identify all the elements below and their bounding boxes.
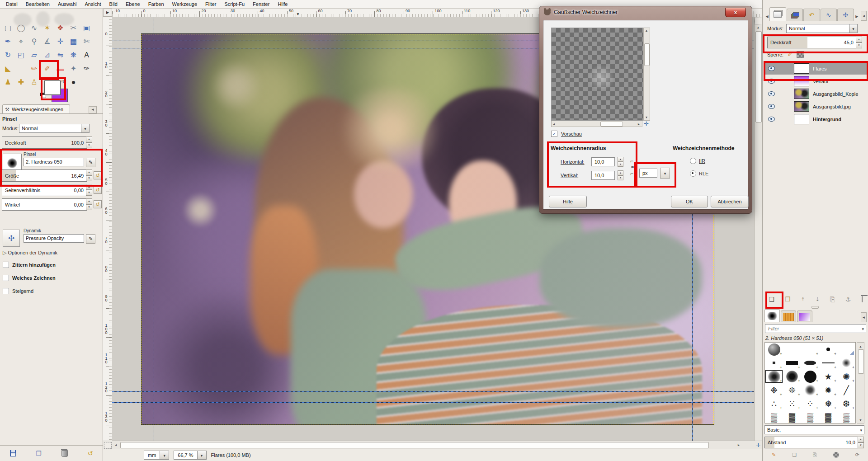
brush-swatch[interactable]: ▒ xyxy=(837,410,855,423)
brush-swatch[interactable]: ▓ xyxy=(783,410,801,423)
brush-swatch[interactable] xyxy=(837,343,855,356)
menu-item[interactable]: Bearbeiten xyxy=(22,0,54,8)
brush-swatch[interactable]: ∴ xyxy=(765,397,783,410)
layer-opacity-spinner[interactable]: ▲▼ xyxy=(856,37,862,47)
guide-horizontal[interactable] xyxy=(112,391,754,392)
brush-swatch[interactable] xyxy=(801,383,819,397)
lock-paint-icon[interactable]: ✐ xyxy=(788,51,793,58)
scroll-right-icon[interactable]: ► xyxy=(735,442,742,448)
new-brush-icon[interactable]: ❏ xyxy=(792,452,797,458)
mode-select[interactable]: Normal xyxy=(19,124,90,133)
visibility-eye-icon[interactable] xyxy=(768,79,775,84)
spacing-slider[interactable]: Abstand 10,0 xyxy=(764,437,859,448)
unit-select[interactable]: px xyxy=(639,169,657,178)
dynamics-preview-button[interactable]: ✣ xyxy=(3,230,20,247)
vertical-spinner[interactable]: ▲▼ xyxy=(618,170,623,180)
brush-swatch[interactable]: ✺ xyxy=(837,370,855,383)
tool-button[interactable]: ▣ xyxy=(80,21,93,34)
cancel-button[interactable]: Abbrechen xyxy=(711,196,749,207)
edit-brush-icon[interactable]: ✎ xyxy=(772,452,776,458)
radio-icon[interactable] xyxy=(690,170,696,177)
brush-scroll-thumb[interactable] xyxy=(858,349,864,374)
layer-row[interactable]: Flares xyxy=(764,62,868,75)
brush-filter-input[interactable] xyxy=(767,325,850,332)
reset-aspect-icon[interactable]: ↺ xyxy=(94,186,102,194)
tab-brushes[interactable] xyxy=(764,309,780,322)
option-checkbox[interactable]: Weiches Zeichnen xyxy=(3,275,56,281)
dynamics-field[interactable]: Pressure Opacity xyxy=(24,234,84,243)
tool-button[interactable]: ◣ xyxy=(1,62,14,75)
tool-button[interactable]: ✄ xyxy=(80,35,93,48)
tool-button[interactable]: ⊿ xyxy=(41,48,54,61)
quickmask-toggle[interactable] xyxy=(104,442,112,449)
brush-swatch[interactable]: ❉ xyxy=(765,383,783,397)
visibility-eye-icon[interactable] xyxy=(768,66,775,71)
anchor-layer-icon[interactable]: ⚓ xyxy=(845,296,851,303)
tool-button[interactable]: ❋ xyxy=(67,48,80,61)
layer-opacity-slider[interactable]: Deckkraft 45,0 xyxy=(767,37,857,48)
collapse-arrow-icon[interactable]: ◄ xyxy=(89,106,97,113)
tool-button[interactable]: ✂ xyxy=(67,21,80,34)
tool-button[interactable]: ♙ xyxy=(28,75,41,89)
menu-item[interactable]: Farben xyxy=(144,0,168,8)
scroll-up-icon[interactable]: ▲ xyxy=(755,24,762,30)
tool-button[interactable]: ▦ xyxy=(67,35,80,48)
reset-options-icon[interactable]: ↺ xyxy=(85,449,96,458)
brush-swatch[interactable]: ▓ xyxy=(819,410,837,423)
horizontal-input[interactable]: 10,0 xyxy=(591,157,615,166)
radio-iir[interactable]: IIR xyxy=(690,158,705,164)
menu-item[interactable]: Werkzeuge xyxy=(168,0,201,8)
chevron-down-icon[interactable] xyxy=(81,124,89,132)
scroll-right-icon[interactable]: ► xyxy=(637,121,641,127)
close-button[interactable]: x xyxy=(725,8,746,17)
option-checkbox[interactable]: Zittern hinzufügen xyxy=(3,262,56,268)
option-checkbox[interactable]: Steigernd xyxy=(3,288,33,294)
brush-swatch[interactable] xyxy=(783,343,801,356)
delete-layer-icon[interactable] xyxy=(862,296,863,302)
spacing-spinner[interactable]: ▲▼ xyxy=(858,437,864,447)
brush-swatch[interactable] xyxy=(765,370,783,383)
brush-swatch[interactable]: ❊ xyxy=(783,383,801,397)
tool-button[interactable]: ⌖ xyxy=(14,35,28,48)
tab-undo-history[interactable]: ↶ xyxy=(803,9,820,21)
tool-button[interactable]: ∿ xyxy=(28,21,41,34)
new-group-icon[interactable]: ❐ xyxy=(785,296,791,303)
delete-brush-icon[interactable] xyxy=(833,452,839,458)
brush-swatch[interactable]: ▒ xyxy=(801,410,819,423)
save-options-icon[interactable] xyxy=(8,449,19,458)
tab-scroll-right-icon[interactable]: ▶ xyxy=(854,12,859,21)
horizontal-scrollbar[interactable]: ◄ ► ✛ xyxy=(103,441,762,449)
tab-channels[interactable] xyxy=(787,9,803,21)
navigation-cross-icon[interactable]: ✛ xyxy=(755,442,762,449)
radio-rle[interactable]: RLE xyxy=(690,170,708,177)
brush-swatch[interactable] xyxy=(783,356,801,370)
brush-name-field[interactable]: 2. Hardness 050 xyxy=(24,158,84,166)
lock-alpha-icon[interactable] xyxy=(797,51,804,58)
swap-colors-icon[interactable]: ⇄ xyxy=(62,79,66,84)
tool-button[interactable]: ∡ xyxy=(41,35,54,48)
tool-button[interactable] xyxy=(14,62,28,75)
chevron-down-icon[interactable] xyxy=(860,427,862,433)
tab-scroll-left-icon[interactable]: ◀ xyxy=(764,12,769,21)
angle-slider[interactable]: Winkel 0,00 xyxy=(2,198,87,211)
angle-spinner[interactable]: ▲▼ xyxy=(86,198,92,210)
dialog-titlebar[interactable]: Gaußscher Weichzeichner xyxy=(544,9,618,15)
reset-size-icon[interactable]: ↺ xyxy=(94,171,102,179)
checkbox-icon[interactable] xyxy=(3,288,9,294)
guide-horizontal[interactable] xyxy=(112,402,754,403)
tab-paths[interactable]: ∿ xyxy=(821,9,837,21)
tool-button[interactable]: ✑ xyxy=(80,62,93,75)
guide-vertical[interactable] xyxy=(154,17,154,441)
menu-item[interactable]: Ansicht xyxy=(80,0,105,8)
brush-swatch[interactable] xyxy=(783,370,801,383)
opacity-slider[interactable]: Deckkraft 100,0 xyxy=(2,136,87,149)
brush-swatch[interactable]: ╱ xyxy=(837,383,855,397)
brush-group-select[interactable]: Basic, xyxy=(764,425,864,434)
ok-button[interactable]: OK xyxy=(671,196,708,207)
tool-button[interactable]: ◰ xyxy=(14,48,28,61)
chevron-down-icon[interactable] xyxy=(198,451,207,460)
chevron-down-icon[interactable] xyxy=(862,326,864,331)
tool-button[interactable]: ⚲ xyxy=(28,35,41,48)
menu-item[interactable]: Hilfe xyxy=(274,0,292,8)
tool-button[interactable]: ❖ xyxy=(54,21,67,34)
